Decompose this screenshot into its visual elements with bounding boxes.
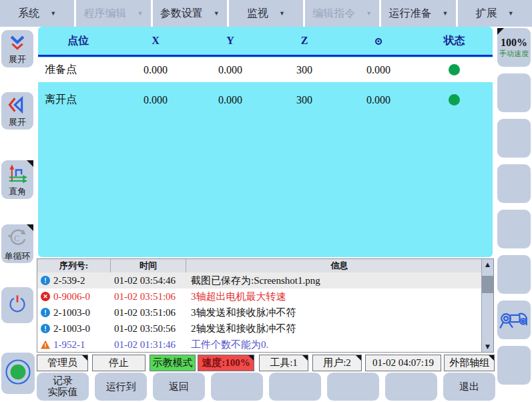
caret-down-icon: ▼ [366,10,372,17]
header-divider [38,55,493,57]
corner-mark-icon [356,355,361,361]
point-name: 准备点 [38,63,118,77]
menu-system[interactable]: 系统 ▼ [0,0,74,27]
point-y: 0.000 [193,94,268,106]
status-tool-label: 工具:1 [270,357,298,369]
info-icon: ! [41,276,50,285]
manual-speed-value: 100% [501,37,527,49]
scrollbar-thumb[interactable] [482,276,493,293]
status-clock: 01-02 04:07:19 [365,355,441,371]
side-button-empty-1[interactable] [497,73,531,112]
log-row[interactable]: ! 2-1003-0 01-02 03:50:56 2轴发送和接收脉冲不符 [37,321,482,337]
status-speed-label: 速度:100% [202,357,250,369]
point-row-leave[interactable]: 离开点 0.000 0.000 300 0.000 [38,87,493,112]
log-serial: 2-1003-0 [53,307,90,319]
corner-mark-icon [302,355,308,361]
point-y: 0.000 [193,64,268,76]
manual-speed-button[interactable]: 100% 手动速度 [497,28,531,67]
expand-left-label: 展开 [9,117,26,127]
start-icon [4,358,32,389]
log-row[interactable]: ! 1-952-1 01-02 01:31:46 工件个数不能为0. [37,337,482,352]
caret-down-icon: ▼ [279,10,285,17]
robot-jog-button[interactable] [497,300,531,339]
bottom-button-empty-1[interactable] [211,373,263,401]
caret-down-icon: ▼ [443,10,449,17]
status-user-coord[interactable]: 用户:2 [312,355,362,371]
status-external-axis-label: 外部轴组 [449,357,489,369]
start-button[interactable] [1,353,35,394]
log-message: 2轴发送和接收脉冲不符 [186,323,482,335]
col-header-z: Z [268,35,341,47]
status-run-state: 停止 [92,355,146,371]
log-serial: 0-9006-0 [53,291,90,303]
status-green-dot [449,94,460,106]
scroll-down-icon[interactable]: ▼ [482,341,493,352]
menu-run-preparation-label: 运行准备 [389,7,432,21]
status-speed[interactable]: 速度:100% [198,355,254,371]
expand-left-button[interactable]: 展开 [1,92,33,130]
point-name: 离开点 [38,93,118,107]
menu-extension[interactable]: 扩展 ▼ [458,0,532,27]
bottom-button-empty-2[interactable] [269,373,321,401]
side-button-empty-3[interactable] [497,164,531,203]
log-message: 3轴发送和接收脉冲不符 [186,307,482,319]
log-serial: 2-1003-0 [53,323,90,335]
menu-program-edit: 程序编辑 ▼ [76,0,150,27]
warning-icon: ! [41,341,50,349]
status-run-state-label: 停止 [109,357,129,369]
bottom-button-empty-3[interactable] [327,373,379,401]
log-col-info: 信息 [186,259,493,272]
record-actual-value-line2: 实际值 [48,387,78,398]
status-tool[interactable]: 工具:1 [259,355,308,371]
expand-down-button[interactable]: 展开 [1,30,33,67]
menu-parameter-settings-label: 参数设置 [160,7,203,21]
menu-program-edit-label: 程序编辑 [83,7,126,21]
status-green-dot [449,64,460,75]
log-rows: ! 2-539-2 01-02 03:54:46 截图已保存为:Screensh… [37,272,482,352]
menu-monitor-label: 监视 [247,7,268,21]
scroll-up-icon[interactable]: ▲ [482,259,493,270]
log-serial: 2-539-2 [53,275,85,286]
menu-parameter-settings[interactable]: 参数设置 ▼ [153,0,227,27]
menu-edit-command: 编辑指令 ▼ [305,0,379,27]
run-to-label: 运行到 [106,381,136,393]
point-x: 0.000 [118,64,193,76]
cartesian-mode-button[interactable]: 直角 [1,160,33,199]
log-message: 3轴超出电机最大转速 [186,290,482,303]
point-row-prepare[interactable]: 准备点 0.000 0.000 300 0.000 [38,57,493,82]
info-icon: ! [41,324,50,333]
manual-speed-label: 手动速度 [499,49,529,59]
log-row[interactable]: ✕ 0-9006-0 01-02 03:51:06 3轴超出电机最大转速 [37,288,482,305]
menu-edit-command-label: 编辑指令 [312,7,355,21]
cartesian-axes-icon [6,164,29,186]
corner-mark-icon [248,355,254,361]
log-col-serial: 序列号: [37,259,111,272]
side-button-empty-4[interactable] [497,210,531,248]
status-external-axis[interactable]: 外部轴组 [444,355,495,371]
menu-run-preparation[interactable]: 运行准备 ▼ [381,0,455,27]
log-row[interactable]: ! 2-539-2 01-02 03:54:46 截图已保存为:Screensh… [37,272,482,288]
bottom-button-empty-4[interactable] [385,373,437,401]
exit-button[interactable]: 退出 [443,373,495,401]
side-button-empty-6[interactable] [497,346,531,385]
log-row[interactable]: ! 2-1003-0 01-02 03:51:06 3轴发送和接收脉冲不符 [37,305,482,321]
side-button-empty-2[interactable] [497,119,531,158]
side-button-empty-5[interactable] [497,255,531,294]
log-serial: 1-952-1 [53,339,85,351]
expand-left-icon [7,95,27,117]
caret-down-icon: ▼ [214,10,220,17]
svg-text:C: C [14,232,20,242]
menu-monitor[interactable]: 监视 ▼ [229,0,303,27]
status-clock-label: 01-02 04:07:19 [372,357,434,369]
single-cycle-button: C 单循环 [1,224,33,263]
log-message: 截图已保存为:Screenshot1.png [186,274,482,287]
log-time: 01-02 03:50:56 [111,323,186,335]
cartesian-mode-label: 直角 [9,186,26,196]
status-user-level[interactable]: 管理员 [37,355,88,371]
log-scrollbar[interactable]: ▲ ▼ [481,259,493,352]
return-button[interactable]: 返回 [153,373,205,401]
record-actual-value-button[interactable]: 记录 实际值 [37,373,89,401]
col-header-point: 点位 [38,34,118,48]
power-button[interactable] [1,287,33,323]
run-to-button[interactable]: 运行到 [95,373,147,401]
